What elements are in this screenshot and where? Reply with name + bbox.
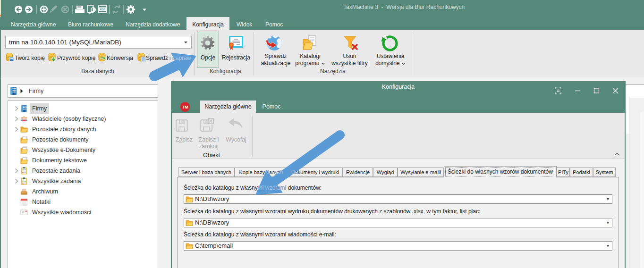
svg-text:PDF: PDF <box>100 8 105 11</box>
svg-text:TM: TM <box>182 104 188 109</box>
